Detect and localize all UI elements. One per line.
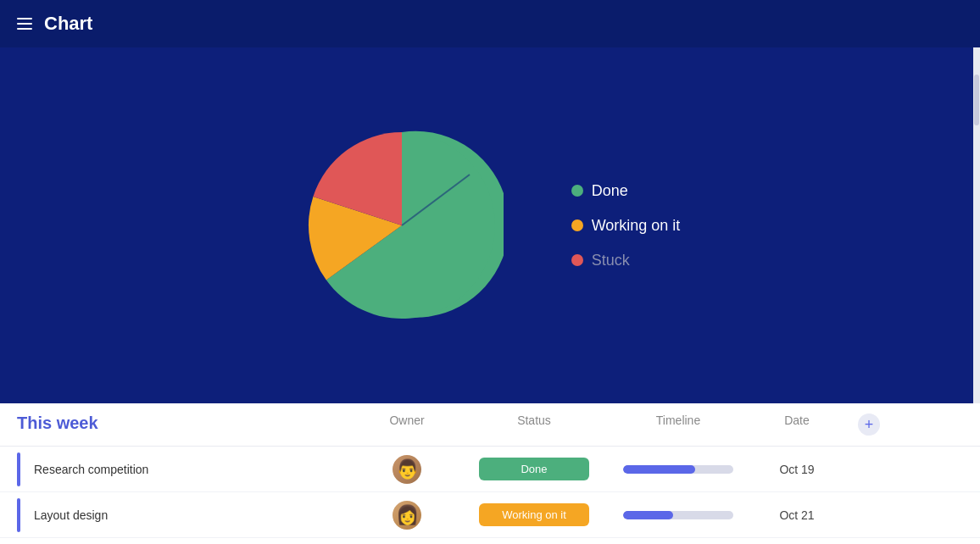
avatar-2	[393, 501, 421, 530]
timeline-fill-2	[623, 511, 673, 519]
legend-label-working: Working on it	[592, 217, 681, 235]
row-name-2: Layout design	[17, 498, 356, 532]
scrollbar[interactable]	[973, 47, 980, 403]
table-section: This week Owner Status Timeline Date + R…	[0, 403, 980, 544]
avatar-1	[393, 455, 421, 484]
timeline-track-1	[623, 465, 733, 474]
col-date: Date	[746, 414, 848, 436]
col-status: Status	[458, 414, 610, 436]
chart-container: Done Working on it Stuck	[300, 124, 681, 327]
table-header: This week Owner Status Timeline Date +	[0, 403, 980, 447]
row-border-1	[17, 452, 20, 486]
task-name-2: Layout design	[34, 508, 108, 522]
timeline-2	[610, 511, 746, 519]
legend-item-stuck: Stuck	[571, 252, 681, 269]
table-row: Research competition Done Oct 19	[0, 447, 980, 492]
status-badge-1: Done	[458, 458, 610, 480]
chart-legend: Done Working on it Stuck	[571, 182, 681, 269]
pie-chart	[300, 124, 504, 327]
table-row: Layout design Working on it Oct 21	[0, 492, 980, 538]
chart-section: Done Working on it Stuck	[0, 47, 980, 403]
legend-label-done: Done	[592, 182, 628, 200]
col-timeline: Timeline	[610, 414, 746, 436]
legend-item-done: Done	[571, 182, 681, 200]
timeline-track-2	[623, 511, 733, 519]
status-label-2: Working on it	[479, 503, 589, 526]
section-title: This week	[17, 414, 356, 436]
status-label-1: Done	[479, 458, 589, 480]
add-column-button[interactable]: +	[858, 414, 880, 436]
done-dot	[571, 185, 583, 197]
row-border-2	[17, 498, 20, 532]
timeline-fill-1	[623, 465, 695, 474]
date-1: Oct 19	[746, 463, 848, 476]
app-header: Chart	[0, 0, 980, 47]
stuck-dot	[571, 254, 583, 266]
task-name-1: Research competition	[34, 463, 148, 476]
status-badge-2: Working on it	[458, 503, 610, 526]
scrollbar-thumb[interactable]	[974, 75, 979, 125]
timeline-1	[610, 465, 746, 474]
menu-icon[interactable]	[17, 18, 32, 30]
legend-label-stuck: Stuck	[592, 252, 630, 269]
col-owner: Owner	[356, 414, 458, 436]
page-title: Chart	[44, 13, 92, 35]
legend-item-working: Working on it	[571, 217, 681, 235]
table-row: Finalize layout Stuck Oct 22	[0, 538, 980, 544]
date-2: Oct 21	[746, 508, 848, 522]
working-dot	[571, 219, 583, 231]
row-name-1: Research competition	[17, 452, 356, 486]
